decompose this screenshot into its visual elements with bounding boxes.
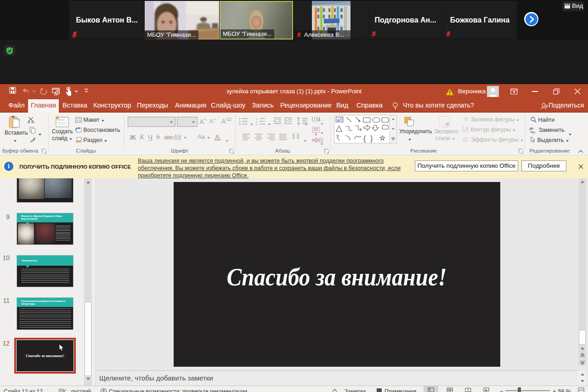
- svg-text:3: 3: [256, 123, 258, 126]
- svg-text:A: A: [337, 118, 340, 122]
- svg-text:}: }: [370, 135, 373, 142]
- svg-text:ac: ac: [531, 130, 535, 134]
- svg-text:{: {: [363, 135, 366, 142]
